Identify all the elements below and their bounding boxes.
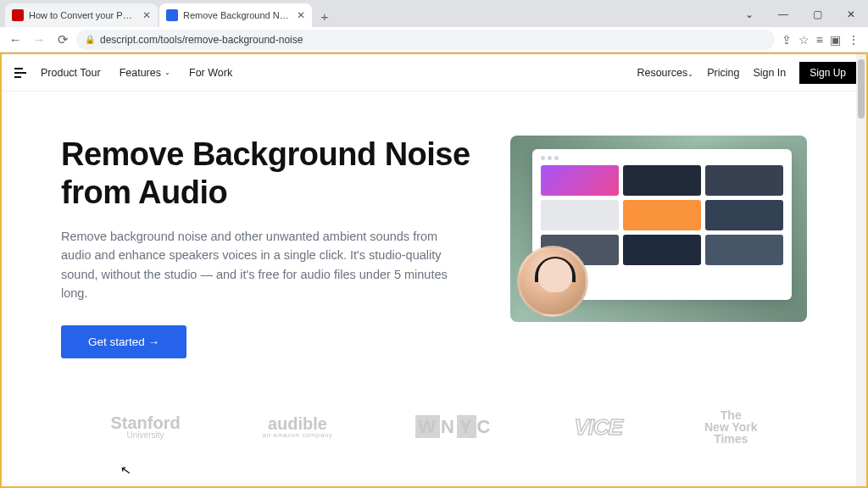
bookmark-icon[interactable]: ☆ <box>798 33 810 47</box>
nav-links-right: Resources⌄ Pricing Sign In Sign Up <box>637 62 856 84</box>
minimize-button[interactable]: — <box>766 8 800 20</box>
site-nav: Product Tour Features⌄ For Work Resource… <box>2 54 866 92</box>
tab-label: How to Convert your PDF file to... <box>29 10 137 20</box>
scrollbar-thumb[interactable] <box>858 59 865 119</box>
favicon-icon <box>166 9 178 21</box>
page-title: Remove Background Noise from Audio <box>61 136 485 212</box>
browser-tab-inactive[interactable]: How to Convert your PDF file to... ✕ <box>5 3 158 27</box>
page-viewport: Product Tour Features⌄ For Work Resource… <box>0 53 868 488</box>
browser-titlebar: How to Convert your PDF file to... ✕ Rem… <box>0 0 868 27</box>
back-button[interactable]: ← <box>5 30 25 50</box>
nyt-logo: The New York Times <box>704 409 758 445</box>
svg-rect-1 <box>14 72 26 74</box>
brand-logos: Stanford University audible an amazon co… <box>2 358 866 445</box>
wnyc-logo: WNYC <box>415 418 492 436</box>
new-tab-button[interactable]: + <box>314 5 336 27</box>
url-text: descript.com/tools/remove-background-noi… <box>100 34 303 46</box>
nav-resources[interactable]: Resources⌄ <box>637 67 693 79</box>
hero-description: Remove background noise and other unwant… <box>61 227 451 303</box>
svg-rect-0 <box>14 68 23 69</box>
tab-label: Remove Background Noise from... <box>183 10 292 20</box>
chevron-down-icon: ⌄ <box>687 70 693 78</box>
nav-pricing[interactable]: Pricing <box>707 67 739 79</box>
lock-icon: 🔒 <box>85 35 95 44</box>
get-started-button[interactable]: Get started → <box>61 325 186 358</box>
reading-list-icon[interactable]: ≡ <box>816 33 823 47</box>
share-icon[interactable]: ⇪ <box>782 33 792 47</box>
nav-for-work[interactable]: For Work <box>189 67 232 79</box>
toolbar-right-icons: ⇪ ☆ ≡ ▣ ⋮ <box>778 33 863 47</box>
sign-up-button[interactable]: Sign Up <box>799 62 856 84</box>
forward-button[interactable]: → <box>29 30 49 50</box>
chevron-down-icon[interactable]: ⌄ <box>732 8 766 20</box>
nav-links-left: Product Tour Features⌄ For Work <box>41 67 232 79</box>
portrait-image <box>517 246 588 317</box>
reload-button[interactable]: ⟳ <box>53 30 73 50</box>
nav-features[interactable]: Features⌄ <box>120 67 170 79</box>
nav-sign-in[interactable]: Sign In <box>753 67 786 79</box>
close-icon[interactable]: ✕ <box>297 9 305 21</box>
favicon-icon <box>12 9 24 21</box>
browser-tab-active[interactable]: Remove Background Noise from... ✕ <box>159 3 312 27</box>
url-bar[interactable]: 🔒 descript.com/tools/remove-background-n… <box>76 30 775 50</box>
descript-logo-icon[interactable] <box>12 64 29 81</box>
stanford-logo: Stanford University <box>110 414 180 440</box>
maximize-button[interactable]: ▢ <box>800 8 834 20</box>
close-window-button[interactable]: ✕ <box>834 8 868 20</box>
mouse-cursor-icon: ↖ <box>120 462 133 479</box>
extensions-icon[interactable]: ▣ <box>830 33 841 47</box>
close-icon[interactable]: ✕ <box>142 9 151 21</box>
vice-logo: VICE <box>574 416 622 438</box>
hero-content: Remove Background Noise from Audio Remov… <box>61 136 485 358</box>
nav-product-tour[interactable]: Product Tour <box>41 67 101 79</box>
browser-toolbar: ← → ⟳ 🔒 descript.com/tools/remove-backgr… <box>0 27 868 53</box>
hero-section: Remove Background Noise from Audio Remov… <box>2 92 866 358</box>
menu-icon[interactable]: ⋮ <box>848 33 860 47</box>
window-controls: ⌄ — ▢ ✕ <box>732 2 868 27</box>
audible-logo: audible an amazon company <box>263 415 333 439</box>
hero-image <box>510 136 807 322</box>
scrollbar[interactable] <box>856 54 866 486</box>
svg-rect-2 <box>14 76 21 78</box>
chevron-down-icon: ⌄ <box>164 69 170 76</box>
